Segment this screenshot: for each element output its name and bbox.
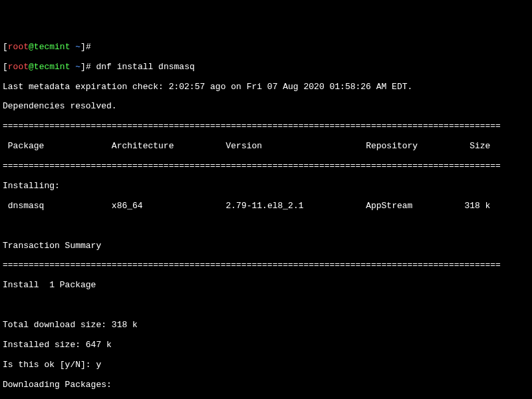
prompt-hash: # [86,62,91,72]
col-version: Version [225,141,262,151]
installing-label: Installing: [3,182,529,192]
pkg-size: 318 k [464,201,490,211]
prompt-line-1: [root@tecmint ~]# [3,43,529,53]
prompt-at: @ [29,42,34,52]
prompt-host: tecmint [34,62,70,72]
prompt-host: tecmint [34,42,70,52]
col-arch: Architecture [112,141,174,151]
downloading-label: Downloading Packages: [3,380,529,390]
table-header: Package Architecture Version Repository … [3,142,529,152]
deps-line: Dependencies resolved. [3,102,529,112]
trans-summary-label: Transaction Summary [3,241,529,251]
metadata-line: Last metadata expiration check: 2:02:57 … [3,82,529,92]
pkg-name: dnsmasq [3,201,44,211]
prompt-path: ~ [75,42,80,52]
col-size: Size [469,141,490,151]
prompt-hash: # [86,42,91,52]
prompt-user: root [8,62,29,72]
bracket: ] [80,42,86,52]
prompt-path: ~ [75,62,80,72]
col-package: Package [3,141,44,151]
separator: ========================================… [3,162,529,172]
command-text: dnf install dnsmasq [91,62,195,72]
pkg-repo: AppStream [366,201,412,211]
separator: ========================================… [3,122,529,132]
prompt-line-2[interactable]: [root@tecmint ~]# dnf install dnsmasq [3,63,529,72]
bracket: [ [3,42,8,52]
prompt-user: root [8,42,29,52]
pkg-arch: x86_64 [112,201,143,211]
separator: ========================================… [3,261,529,271]
installed-size: Installed size: 647 k [3,340,529,350]
confirm-prompt[interactable]: Is this ok [y/N]: y [3,360,529,370]
download-size: Total download size: 318 k [3,321,529,331]
prompt-at: @ [29,62,34,72]
blank [3,221,529,231]
blank [3,301,529,311]
pkg-version: 2.79-11.el8_2.1 [225,201,303,211]
col-repo: Repository [366,141,418,151]
install-count: Install 1 Package [3,281,529,291]
table-row: dnsmasq x86_64 2.79-11.el8_2.1 AppStream… [3,201,529,211]
